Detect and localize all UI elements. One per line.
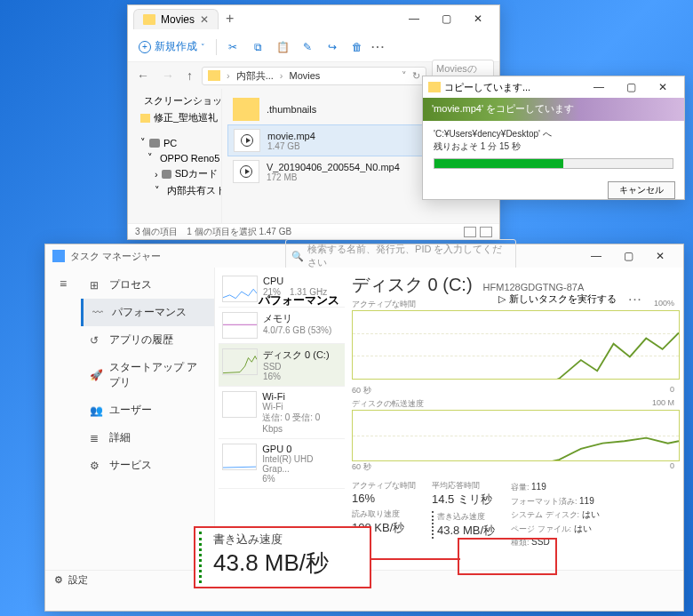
tree-item-sdcard[interactable]: › SDカード	[128, 165, 221, 182]
selection-info: 1 個の項目を選択 1.47 GB	[187, 226, 291, 238]
nav-services[interactable]: ⚙サービス	[81, 452, 214, 479]
share-icon[interactable]: ↪	[322, 36, 343, 58]
disk-detail-panel: ディスク 0 (C:)HFM128GDGTNG-87A アクティブな時間100%…	[348, 268, 683, 570]
forward-button[interactable]: →	[158, 68, 178, 83]
active-time-chart	[352, 310, 680, 380]
progress-bar	[434, 158, 673, 169]
transfer-rate-chart	[352, 410, 680, 461]
taskmgr-title: タスク マネージャー	[70, 250, 161, 263]
item-count: 3 個の項目	[135, 226, 178, 238]
hamburger-icon[interactable]: ≡	[51, 271, 76, 296]
nav-processes[interactable]: ⊞プロセス	[81, 271, 214, 299]
disk-stats: アクティブな時間16% 読み取り速度108 KB/秒 平均応答時間14.5 ミリ…	[352, 480, 680, 549]
tree-item[interactable]: スクリーンショット	[128, 92, 221, 109]
nav-users[interactable]: 👥ユーザー	[81, 396, 214, 424]
copy-destination: 'C:¥Users¥dency¥Desktop' へ	[434, 128, 673, 140]
more-icon[interactable]: ···	[371, 41, 386, 53]
annotation-callout: 書き込み速度 43.8 MB/秒	[194, 526, 371, 588]
nav-details[interactable]: ≣詳細	[81, 424, 214, 452]
status-bar: 3 個の項目 1 個の項目を選択 1.47 GB	[128, 223, 499, 239]
video-icon	[233, 160, 259, 183]
add-tab-button[interactable]: +	[226, 11, 234, 27]
copy-dialog: コピーしています... — ▢ ✕ 'movie.mp4' をコピーしています …	[422, 76, 685, 200]
copy-remaining: 残りおよそ 1 分 15 秒	[434, 140, 673, 153]
tab-title: Movies	[161, 13, 195, 26]
paste-icon[interactable]: 📋	[272, 36, 293, 58]
perf-minilist[interactable]: CPU21% 1.31 GHz メモリ4.0/7.6 GB (53%) ディスク…	[215, 268, 348, 570]
nav-performance[interactable]: 〰パフォーマンス	[81, 299, 214, 326]
close-button[interactable]: ✕	[644, 244, 676, 268]
minimize-button[interactable]: —	[580, 244, 612, 268]
close-button[interactable]: ✕	[462, 6, 494, 31]
folder-icon	[143, 14, 155, 25]
mini-wifi[interactable]: Wi-FiWi-Fi送信: 0 受信: 0 Kbps	[219, 387, 345, 439]
copy-titlebar[interactable]: コピーしています... — ▢ ✕	[423, 76, 684, 98]
tree-item[interactable]: 修正_聖地巡礼	[128, 109, 221, 126]
settings-link[interactable]: 設定	[68, 573, 88, 587]
taskmgr-icon	[52, 250, 65, 262]
cut-icon[interactable]: ✂	[222, 36, 243, 58]
rename-icon[interactable]: ✎	[297, 36, 318, 58]
taskmgr-sidebar: ⊞プロセス 〰パフォーマンス ↺アプリの履歴 🚀スタートアップ アプリ 👥ユーザ…	[81, 268, 214, 570]
nav-startup[interactable]: 🚀スタートアップ アプリ	[81, 354, 214, 396]
close-button[interactable]: ✕	[647, 75, 679, 100]
explorer-tab[interactable]: Movies ✕	[133, 9, 219, 29]
maximize-button[interactable]: ▢	[612, 244, 644, 268]
copy-title-text: コピーしています...	[444, 81, 530, 94]
delete-icon[interactable]: 🗑	[346, 36, 368, 58]
copy-header: 'movie.mp4' をコピーしています	[423, 98, 684, 121]
taskmgr-titlebar[interactable]: タスク マネージャー 🔍 検索する名前、発行元、PID を入力してください — …	[45, 244, 683, 268]
cancel-button[interactable]: キャンセル	[608, 181, 675, 199]
disk-model: HFM128GDGTNG-87A	[483, 282, 585, 292]
maximize-button[interactable]: ▢	[615, 75, 647, 100]
list-view-icon[interactable]	[464, 227, 476, 237]
copy-icon[interactable]: ⧉	[247, 36, 268, 58]
detail-view-icon[interactable]	[480, 227, 492, 237]
explorer-titlebar[interactable]: Movies ✕ + — ▢ ✕	[128, 5, 499, 32]
callout-value: 43.8 MB/秒	[213, 548, 361, 579]
taskmgr-iconbar: ≡	[45, 268, 81, 570]
explorer-toolbar: +新規作成˅ ✂ ⧉ 📋 ✎ ↪ 🗑 ···	[128, 32, 499, 62]
mini-memory[interactable]: メモリ4.0/7.6 GB (53%)	[219, 308, 345, 344]
maximize-button[interactable]: ▢	[430, 6, 462, 31]
tree-item-pc[interactable]: ˅ PC	[128, 135, 221, 150]
annotation-connector	[371, 558, 460, 560]
path-segment[interactable]: 内部共...	[236, 69, 274, 83]
gear-icon[interactable]: ⚙	[54, 574, 63, 586]
folder-icon	[233, 98, 259, 121]
folder-icon	[428, 82, 441, 92]
video-icon	[234, 129, 260, 152]
close-tab-icon[interactable]: ✕	[200, 13, 209, 26]
taskmgr-main: パフォーマンス ▷ 新しいタスクを実行する ··· CPU21% 1.31 GH…	[214, 268, 683, 570]
perf-heading: パフォーマンス	[259, 292, 339, 308]
address-bar[interactable]: › 内部共... › Movies ˅ ↻	[202, 67, 426, 85]
disk-title: ディスク 0 (C:)	[352, 273, 473, 297]
new-button[interactable]: +新規作成˅	[133, 36, 211, 58]
tree-item-internal[interactable]: ˅ 内部共有スト	[128, 182, 221, 199]
back-button[interactable]: ←	[133, 68, 153, 83]
up-button[interactable]: ↑	[183, 68, 196, 83]
nav-tree[interactable]: スクリーンショット 修正_聖地巡礼 ˅ PC ˅ OPPO Reno5 A › …	[128, 89, 222, 223]
minimize-button[interactable]: —	[583, 75, 615, 100]
nav-history[interactable]: ↺アプリの履歴	[81, 326, 214, 354]
minimize-button[interactable]: —	[398, 6, 430, 31]
callout-label: 書き込み速度	[213, 532, 361, 548]
mini-disk[interactable]: ディスク 0 (C:)SSD16%	[219, 344, 345, 387]
tree-item-device[interactable]: ˅ OPPO Reno5 A	[128, 150, 221, 165]
path-segment[interactable]: Movies	[290, 70, 321, 81]
mini-gpu[interactable]: GPU 0Intel(R) UHD Grap...6%	[219, 439, 345, 489]
folder-icon	[208, 70, 220, 81]
